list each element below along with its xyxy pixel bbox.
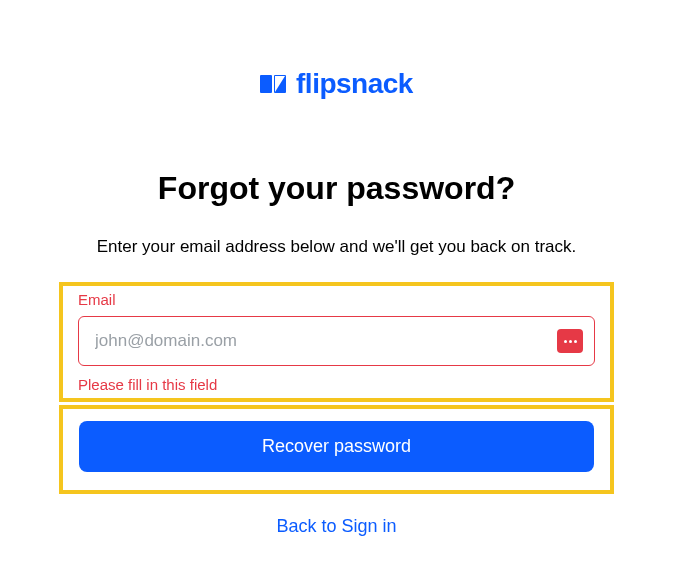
email-field[interactable] <box>78 316 595 366</box>
brand-logo: flipsnack <box>260 68 413 100</box>
email-error-message: Please fill in this field <box>78 376 595 393</box>
page-subtitle: Enter your email address below and we'll… <box>97 237 577 257</box>
email-section-highlight: Email Please fill in this field <box>59 282 614 402</box>
flipsnack-logo-icon <box>260 73 288 95</box>
email-input-wrapper <box>78 316 595 366</box>
back-to-signin-link[interactable]: Back to Sign in <box>276 516 396 537</box>
brand-name: flipsnack <box>296 68 413 100</box>
email-label: Email <box>78 291 595 308</box>
recover-password-button[interactable]: Recover password <box>79 421 594 472</box>
page-title: Forgot your password? <box>158 170 515 207</box>
svg-rect-0 <box>260 75 272 93</box>
recover-section-highlight: Recover password <box>59 405 614 494</box>
password-manager-icon[interactable] <box>557 329 583 353</box>
